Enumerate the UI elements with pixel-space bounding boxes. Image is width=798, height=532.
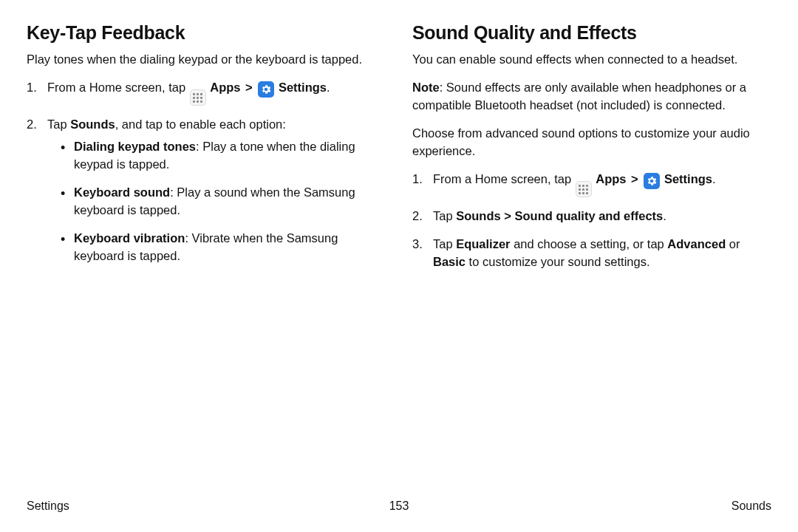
step-text: From a Home screen, tap — [433, 172, 575, 185]
apps-label: Apps — [210, 81, 240, 94]
footer-left: Settings — [27, 499, 69, 513]
apps-icon — [190, 89, 206, 106]
settings-label: Settings — [279, 81, 327, 94]
note-text: : Sound effects are only available when … — [412, 81, 746, 112]
gear-icon — [646, 175, 658, 187]
apps-grid-icon — [193, 93, 202, 103]
right-column: Sound Quality and Effects You can enable… — [412, 22, 771, 282]
settings-label: Settings — [664, 172, 712, 185]
page-footer: Settings 153 Sounds — [27, 499, 771, 513]
step-text: , and tap to enable each option: — [115, 117, 286, 131]
step-bold: Advanced — [667, 237, 726, 250]
bullet-bold: Dialing keypad tones — [74, 140, 196, 153]
step-text: Tap — [47, 117, 70, 131]
step-text: and choose a setting, or tap — [511, 237, 668, 250]
step-bold: Equalizer — [456, 237, 510, 250]
step-text: or — [726, 237, 740, 250]
left-bullets: Dialing keypad tones: Play a tone when t… — [47, 138, 386, 265]
left-column: Key-Tap Feedback Play tones when the dia… — [27, 22, 386, 282]
two-column-layout: Key-Tap Feedback Play tones when the dia… — [27, 22, 771, 282]
right-step-2: Tap Sounds > Sound quality and effects. — [412, 208, 771, 225]
left-steps: From a Home screen, tap Apps > — [27, 79, 386, 265]
step-text: From a Home screen, tap — [47, 81, 189, 94]
step-bold: Sounds > Sound quality and effects — [456, 209, 663, 222]
chevron-icon: > — [630, 172, 640, 185]
gear-icon — [260, 83, 272, 95]
footer-right: Sounds — [732, 499, 771, 513]
list-item: Keyboard sound: Play a sound when the Sa… — [61, 184, 386, 219]
manual-page: Key-Tap Feedback Play tones when the dia… — [0, 0, 798, 532]
apps-label: Apps — [596, 172, 626, 185]
right-step-1: From a Home screen, tap Apps > — [412, 171, 771, 198]
left-step-2: Tap Sounds, and tap to enable each optio… — [27, 116, 386, 265]
apps-grid-icon — [579, 185, 588, 194]
right-note: Note: Sound effects are only available w… — [412, 79, 771, 115]
right-step-3: Tap Equalizer and choose a setting, or t… — [412, 236, 771, 271]
step-bold: Basic — [433, 255, 466, 268]
step-text: Tap — [433, 237, 456, 250]
step-text: . — [663, 209, 666, 222]
left-heading: Key-Tap Feedback — [27, 22, 386, 44]
step-bold: Sounds — [70, 117, 115, 131]
page-number: 153 — [389, 499, 409, 513]
period: . — [327, 81, 330, 94]
right-choose: Choose from advanced sound options to cu… — [412, 125, 771, 160]
right-intro: You can enable sound effects when connec… — [412, 51, 771, 69]
settings-icon — [258, 81, 274, 98]
apps-icon — [576, 181, 592, 197]
bullet-bold: Keyboard sound — [74, 185, 170, 199]
note-bold: Note — [412, 81, 440, 94]
chevron-icon: > — [244, 81, 254, 94]
left-intro: Play tones when the dialing keypad or th… — [27, 51, 386, 69]
settings-icon — [644, 173, 660, 189]
step-text: to customize your sound settings. — [466, 255, 649, 268]
step-text: Tap — [433, 209, 456, 222]
bullet-bold: Keyboard vibration — [74, 231, 185, 245]
list-item: Dialing keypad tones: Play a tone when t… — [61, 138, 386, 174]
right-steps: From a Home screen, tap Apps > — [412, 171, 771, 271]
list-item: Keyboard vibration: Vibrate when the Sam… — [61, 230, 386, 265]
right-heading: Sound Quality and Effects — [412, 22, 771, 44]
period: . — [712, 172, 716, 185]
left-step-1: From a Home screen, tap Apps > — [27, 79, 386, 106]
